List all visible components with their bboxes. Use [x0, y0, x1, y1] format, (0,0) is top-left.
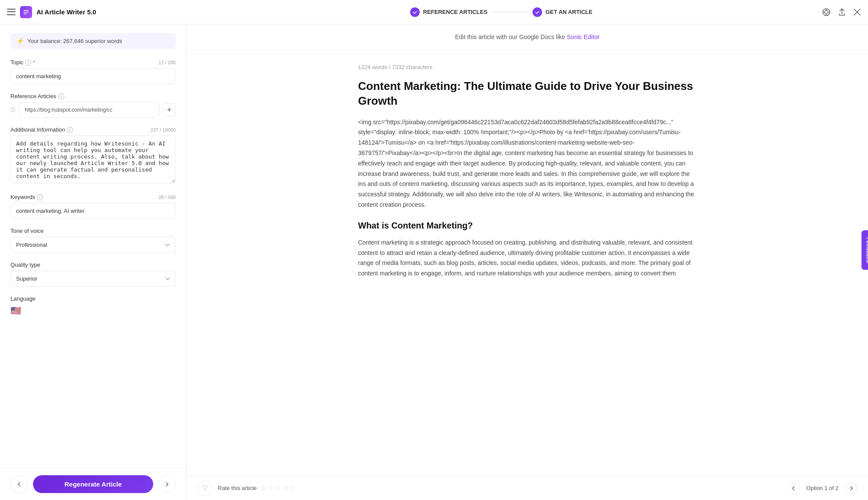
balance-badge: ⚡ Your balance: 267,646 superior words	[10, 33, 176, 49]
header-left: AI Article Writer 5.0	[7, 6, 194, 18]
keywords-label: Keywords i	[10, 194, 43, 200]
content-footer: ♡ Rate this article ☆ ☆ ☆ ☆ ☆ Option 1 o…	[187, 476, 868, 500]
step-label-reference: REFERENCE ARTICLES	[423, 9, 487, 15]
additional-info-label: Additional Information i	[10, 126, 73, 133]
target-button[interactable]	[822, 8, 831, 17]
feedback-tab[interactable]: Feedback	[861, 230, 868, 270]
quality-label: Quality type	[10, 262, 40, 268]
star-3[interactable]: ☆	[275, 484, 281, 492]
add-reference-button[interactable]: +	[163, 103, 176, 116]
quality-field-group: Quality type Superior Good Economy	[10, 262, 176, 287]
star-2[interactable]: ☆	[268, 484, 274, 492]
section2-title: What is Content Marketing?	[358, 221, 697, 231]
hamburger-icon	[7, 8, 16, 17]
article-content: 1224 words / 7332 characters Content Mar…	[341, 50, 714, 333]
close-button[interactable]	[853, 8, 861, 16]
star-5[interactable]: ☆	[290, 484, 296, 492]
main-layout: ⚡ Your balance: 267,646 superior words T…	[0, 24, 868, 500]
keywords-info-icon[interactable]: i	[37, 194, 43, 200]
section2-body: Content marketing is a strategic approac…	[358, 238, 697, 279]
star-4[interactable]: ☆	[283, 484, 289, 492]
language-label-row: Language	[10, 295, 176, 302]
word-count: 1224 words / 7332 characters	[358, 64, 697, 70]
footer-left: ♡ Rate this article ☆ ☆ ☆ ☆ ☆	[197, 480, 296, 496]
like-button[interactable]: ♡	[197, 480, 213, 496]
article-intro: <img src="https://pixabay.com/get/ga0964…	[358, 117, 697, 210]
step-circle-article	[533, 7, 542, 17]
topic-input[interactable]	[10, 68, 176, 84]
rate-label: Rate this article	[218, 485, 257, 491]
content-area: Edit this article with our Google Docs l…	[187, 24, 868, 500]
back-button[interactable]	[10, 476, 28, 493]
drag-handle-icon[interactable]: ⠿	[10, 106, 16, 114]
balance-text: Your balance: 267,646 superior words	[27, 38, 122, 44]
share-button[interactable]	[838, 8, 846, 17]
app-title: AI Article Writer 5.0	[36, 8, 96, 16]
ref-label-row: Reference Articles i	[10, 93, 176, 99]
star-1[interactable]: ☆	[260, 484, 266, 492]
topic-field-group: Topic i * 17 / 200	[10, 59, 176, 84]
step-label-article: GET AN ARTICLE	[546, 9, 592, 15]
next-option-button[interactable]	[845, 482, 858, 494]
flag-icon: 🇺🇸	[10, 305, 21, 316]
ref-url-input[interactable]	[19, 102, 159, 118]
additional-info-counter: 237 / 10000	[151, 127, 176, 132]
topic-info-icon[interactable]: i	[25, 60, 31, 66]
language-label: Language	[10, 295, 36, 302]
keywords-counter: 28 / 500	[158, 195, 176, 200]
rate-section: Rate this article ☆ ☆ ☆ ☆ ☆	[218, 484, 296, 492]
tone-label: Tone of voice	[10, 228, 44, 234]
sidebar-footer: Regenerate Article	[0, 468, 186, 500]
header-right	[809, 8, 861, 17]
step-connector	[493, 12, 527, 12]
star-rating[interactable]: ☆ ☆ ☆ ☆ ☆	[260, 484, 296, 492]
step-get-article[interactable]: GET AN ARTICLE	[533, 7, 592, 17]
sonic-editor-link[interactable]: Sonic Editor	[567, 33, 599, 40]
content-header: Edit this article with our Google Docs l…	[187, 24, 868, 50]
article-title: Content Marketing: The Ultimate Guide to…	[358, 79, 697, 109]
content-header-text: Edit this article with our Google Docs l…	[455, 33, 599, 40]
ref-info-icon[interactable]: i	[58, 93, 64, 99]
footer-right: Option 1 of 2	[787, 482, 858, 494]
lightning-icon: ⚡	[16, 37, 24, 44]
additional-info-label-row: Additional Information i 237 / 10000	[10, 126, 176, 133]
next-button[interactable]	[158, 476, 176, 493]
tone-field-group: Tone of voice Professional Casual Formal…	[10, 228, 176, 253]
keywords-input[interactable]	[10, 203, 176, 219]
additional-info-field-group: Additional Information i 237 / 10000 Add…	[10, 126, 176, 185]
header: AI Article Writer 5.0 REFERENCE ARTICLES…	[0, 0, 868, 24]
additional-info-textarea[interactable]: Add details regarding how Writesonic - A…	[10, 136, 176, 183]
hamburger-menu-button[interactable]	[7, 8, 16, 17]
topic-label-row: Topic i * 17 / 200	[10, 59, 176, 66]
heart-icon: ♡	[202, 484, 208, 492]
sidebar: ⚡ Your balance: 267,646 superior words T…	[0, 24, 187, 500]
topic-counter: 17 / 200	[158, 60, 176, 65]
tone-label-row: Tone of voice	[10, 228, 176, 234]
quality-label-row: Quality type	[10, 262, 176, 268]
ref-label: Reference Articles i	[10, 93, 64, 99]
quality-select[interactable]: Superior Good Economy	[10, 271, 176, 287]
step-circle-reference	[410, 7, 420, 17]
option-label: Option 1 of 2	[806, 485, 838, 491]
header-steps: REFERENCE ARTICLES GET AN ARTICLE	[194, 7, 809, 17]
reference-articles-field-group: Reference Articles i ⠿ +	[10, 93, 176, 118]
logo-icon	[20, 6, 32, 18]
regenerate-article-button[interactable]: Regenerate Article	[33, 475, 153, 493]
ref-article-row: ⠿ +	[10, 102, 176, 118]
keywords-label-row: Keywords i 28 / 500	[10, 194, 176, 200]
prev-option-button[interactable]	[787, 482, 799, 494]
keywords-field-group: Keywords i 28 / 500	[10, 194, 176, 219]
additional-info-icon[interactable]: i	[67, 127, 73, 133]
topic-label: Topic i *	[10, 59, 35, 66]
language-field-group: Language 🇺🇸	[10, 295, 176, 317]
svg-point-1	[825, 10, 828, 14]
step-reference-articles[interactable]: REFERENCE ARTICLES	[410, 7, 487, 17]
tone-select[interactable]: Professional Casual Formal Humorous	[10, 237, 176, 253]
